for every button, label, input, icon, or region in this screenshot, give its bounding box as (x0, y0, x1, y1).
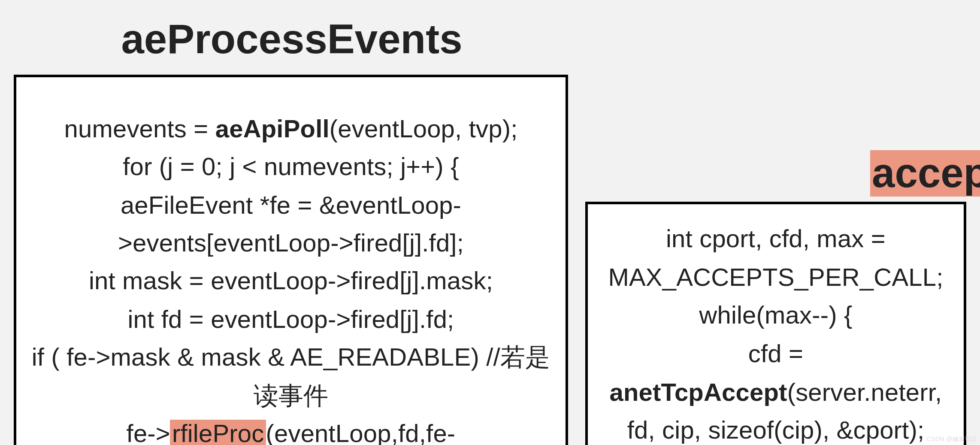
code-line: int cport, cfd, max = MAX_ACCEPTS_PER_CA… (595, 220, 957, 297)
rfileProc-highlight: rfileProc (170, 420, 266, 445)
code-text: cfd = (748, 340, 803, 367)
left-code: numevents = aeApiPoll(eventLoop, tvp); f… (25, 110, 557, 445)
right-code: int cport, cfd, max = MAX_ACCEPTS_PER_CA… (595, 220, 957, 445)
right-code-box: int cport, cfd, max = MAX_ACCEPTS_PER_CA… (585, 202, 966, 445)
code-line: aeFileEvent *fe = &eventLoop->events[eve… (25, 186, 557, 262)
code-line: int mask = eventLoop->fired[j].mask; (25, 262, 557, 300)
code-text: fe-> (127, 420, 170, 445)
code-text: numevents = (64, 115, 215, 142)
code-line: for (j = 0; j < numevents; j++) { (25, 148, 557, 186)
code-text: (eventLoop, tvp); (330, 115, 518, 142)
right-box-title: acceptTcpHandler (870, 149, 980, 197)
code-line: while(max--) { (595, 297, 957, 335)
code-line: int fd = eventLoop->fired[j].fd; (25, 300, 557, 339)
anetTcpAccept-bold: anetTcpAccept (610, 378, 787, 406)
accept-tcp-handler-highlight: acceptTcpHandler (870, 150, 980, 197)
left-box-title: aeProcessEvents (0, 15, 584, 63)
watermark: CSDN @确实可以 (926, 436, 977, 443)
aeApiPoll-bold: aeApiPoll (215, 115, 330, 142)
code-line: if ( fe->mask & mask & AE_READABLE) //若是… (25, 338, 557, 414)
left-code-box: numevents = aeApiPoll(eventLoop, tvp); f… (14, 75, 568, 445)
